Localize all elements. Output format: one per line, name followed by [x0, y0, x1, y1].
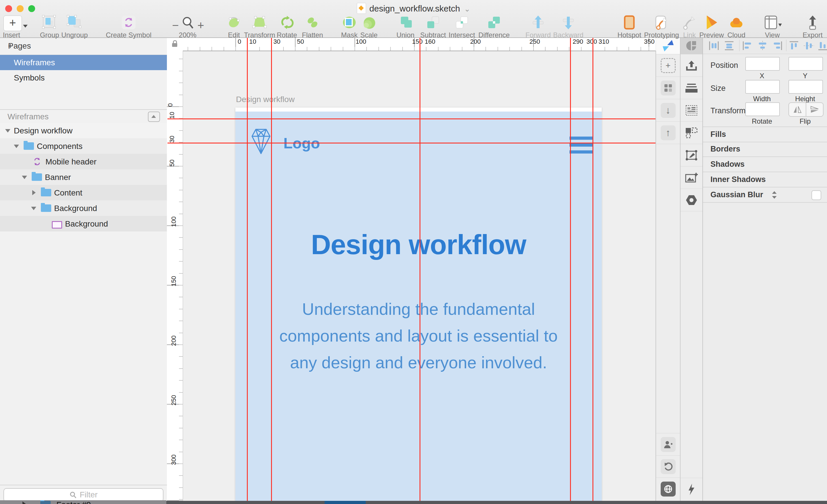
move-up-button[interactable]: ↑ [656, 122, 680, 144]
align-top-button[interactable] [789, 41, 799, 51]
layer-row-group[interactable]: Components [0, 138, 167, 154]
add-plugin-button[interactable]: + [656, 54, 680, 77]
distribute-horizontally-button[interactable] [709, 41, 719, 51]
vertical-guide[interactable] [420, 38, 421, 501]
gaussian-blur-section[interactable]: Gaussian Blur [703, 187, 827, 203]
view-button[interactable]: View [751, 15, 794, 39]
titlebar-toolbar: design_workflow.sketch⌄ + Insert Group U… [0, 0, 827, 38]
move-down-button[interactable]: ↓ [656, 99, 680, 122]
width-input[interactable] [745, 80, 780, 94]
clipped-layer-row[interactable]: Footer #9 [0, 500, 166, 504]
align-bottom-button[interactable] [818, 41, 827, 51]
layer-stack-button[interactable] [681, 77, 702, 99]
artboard[interactable]: Logo Design workflow Understanding the f… [235, 108, 602, 501]
lightning-button[interactable] [681, 478, 702, 501]
difference-button[interactable]: Difference [473, 15, 516, 39]
footer-element-sliver [325, 501, 366, 504]
align-center-horizontal-button[interactable] [758, 41, 768, 51]
align-middle-vertical-button[interactable] [804, 41, 814, 51]
share-button[interactable] [681, 54, 702, 77]
distribute-vertically-button[interactable] [724, 41, 734, 51]
position-y-input[interactable] [788, 57, 823, 71]
width-caption: Width [745, 95, 779, 103]
reset-button[interactable] [656, 455, 680, 478]
layer-row-group[interactable]: Content [0, 185, 167, 201]
align-left-button[interactable] [742, 41, 753, 51]
artboard-list-toggle-button[interactable] [148, 112, 160, 122]
borders-section[interactable]: Borders [703, 142, 827, 157]
vruler-label: 250 [170, 395, 178, 406]
ungroup-button[interactable]: Ungroup [53, 15, 96, 39]
height-input[interactable] [788, 80, 823, 94]
paragraph-line: Understanding the fundamental [218, 295, 619, 322]
export-icon [791, 15, 827, 30]
ruler-corner[interactable] [167, 37, 183, 51]
chevron-right-icon[interactable] [32, 190, 36, 195]
layer-label: Background [54, 204, 97, 213]
edit-frame-button[interactable] [681, 144, 702, 166]
inner-shadows-section[interactable]: Inner Shadows [703, 172, 827, 187]
chevron-down-icon[interactable] [31, 207, 36, 210]
invite-user-button[interactable] [656, 433, 680, 456]
shadows-section[interactable]: Shadows [703, 157, 827, 172]
runner-plugin-button[interactable] [656, 37, 680, 54]
globe-icon [661, 482, 676, 497]
web-plugin-button[interactable] [656, 478, 680, 500]
vertical-guide[interactable] [592, 38, 593, 501]
flip-horizontal-button[interactable] [789, 103, 806, 116]
banner-paragraph[interactable]: Understanding the fundamental components… [218, 295, 619, 376]
page-item-symbols[interactable]: Symbols [0, 70, 167, 86]
add-page-button[interactable]: + [8, 41, 158, 51]
chevron-down-icon[interactable] [14, 145, 19, 148]
backward-button[interactable]: Backward [547, 15, 590, 39]
rotate-input[interactable] [745, 102, 780, 116]
layer-label: Design workflow [14, 126, 72, 135]
menu-icon-bar[interactable] [570, 136, 592, 140]
grid-tool-button[interactable] [656, 77, 680, 99]
person-add-icon [661, 437, 676, 452]
layer-row-artboard[interactable]: Design workflow [0, 123, 167, 138]
fills-section[interactable]: Fills [703, 126, 827, 142]
gaussian-blur-checkbox[interactable] [812, 190, 821, 200]
banner-heading[interactable]: Design workflow [235, 229, 602, 261]
layer-row-group[interactable]: Banner [0, 169, 167, 185]
banner-background[interactable]: Logo Design workflow Understanding the f… [235, 112, 602, 501]
horizontal-guide[interactable] [167, 143, 655, 144]
layer-row-shape[interactable]: Background [0, 216, 167, 231]
view-icon [751, 15, 794, 30]
folder-icon [23, 142, 34, 150]
horizontal-guide[interactable] [167, 118, 655, 119]
zoom-level-label: 200% [166, 31, 209, 39]
chevron-down-icon[interactable] [22, 176, 27, 179]
create-symbol-button[interactable]: Create Symbol [97, 15, 160, 39]
export-button[interactable]: Export [791, 15, 827, 39]
layer-row-group[interactable]: Background [0, 201, 167, 216]
flip-vertical-button[interactable] [806, 103, 823, 116]
sketch-logo-icon[interactable] [251, 128, 271, 155]
symbol-swap-button[interactable] [681, 122, 702, 144]
align-right-button[interactable] [772, 41, 782, 51]
settings-nut-button[interactable] [681, 189, 702, 211]
vertical-guide[interactable] [570, 38, 571, 501]
menu-icon-bar[interactable] [570, 150, 592, 154]
chevron-down-icon[interactable] [5, 129, 10, 132]
insert-image-button[interactable] [681, 166, 702, 189]
layers-panel-header: Wireframes [0, 109, 167, 123]
layer-row-symbol[interactable]: Mobile header [0, 154, 167, 169]
position-x-input[interactable] [745, 57, 780, 71]
plus-icon: + [661, 58, 676, 73]
folder-icon [41, 205, 51, 212]
folder-icon [41, 189, 51, 197]
share-icon [686, 60, 697, 71]
menu-icon-bar[interactable] [570, 144, 592, 147]
artboard-title[interactable]: Design workflow [236, 95, 295, 104]
vertical-guide[interactable] [271, 38, 272, 501]
filter-input[interactable]: Filter [3, 488, 163, 502]
card-layout-button[interactable] [681, 99, 702, 122]
page-item-wireframes[interactable]: Wireframes [0, 55, 167, 70]
vertical-guide[interactable] [247, 38, 248, 501]
blur-type-stepper[interactable] [772, 191, 777, 199]
filter-placeholder: Filter [80, 490, 98, 499]
window-title: design_workflow.sketch⌄ [0, 3, 827, 14]
plugin-logo-button[interactable] [681, 37, 702, 54]
